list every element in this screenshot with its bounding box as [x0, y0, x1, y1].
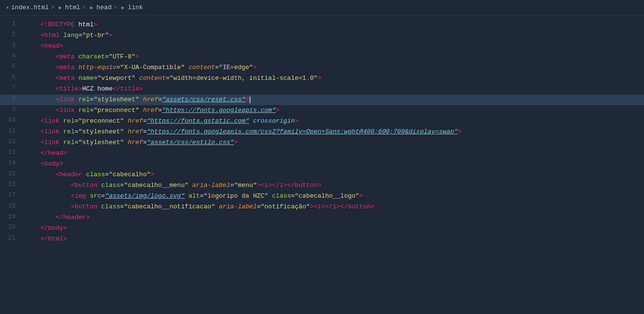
line-num-18: 18: [0, 202, 23, 209]
line-num-6: 6: [0, 73, 23, 81]
line-content-14: <body>: [23, 159, 644, 169]
breadcrumb-filename: index.html: [11, 4, 49, 11]
line-num-8: 8: [0, 94, 23, 102]
code-line-19: 19 </header>: [0, 212, 644, 223]
link-tag-icon: ◈: [119, 4, 126, 11]
line-content-9: <link rel="preconnect" href="https://fon…: [23, 105, 644, 116]
line-content-3: <head>: [23, 41, 644, 52]
code-line-21: 21 </html>: [0, 234, 644, 244]
line-content-13: </head>: [23, 148, 644, 159]
line-content-20: </body>: [23, 223, 644, 234]
code-line-16: 16 <button class="cabecalho__menu" aria-…: [0, 180, 644, 191]
code-line-6: 6 <meta name="viewport" content="width=d…: [0, 73, 644, 84]
line-num-17: 17: [0, 191, 23, 199]
line-content-12: <link rel="stylesheet" href="assets/css/…: [23, 137, 644, 148]
code-line-9: 9 <link rel="preconnect" href="https://f…: [0, 105, 644, 116]
line-content-21: </html>: [23, 234, 644, 244]
line-content-2: <html lang="pt-br">: [23, 30, 644, 41]
file-icon: ⚡: [6, 4, 9, 11]
line-content-4: <meta charset="UTF-8">: [23, 52, 644, 62]
line-num-9: 9: [0, 105, 23, 113]
code-line-17: 17 <img src="assets/img/logo.svg" alt="l…: [0, 191, 644, 202]
line-content-18: <button class="cabecalho__notificacao" a…: [23, 202, 644, 212]
breadcrumb-html-label: html: [65, 4, 80, 11]
line-num-16: 16: [0, 180, 23, 188]
code-line-15: 15 <header class="cabecalho">: [0, 169, 644, 180]
line-content-17: <img src="assets/img/logo.svg" alt="logo…: [23, 191, 644, 202]
breadcrumb-link[interactable]: ◈ link: [119, 4, 143, 11]
line-num-11: 11: [0, 127, 23, 134]
breadcrumb-sep-2: >: [82, 4, 86, 11]
line-content-10: <link rel="preconnect" href="https://fon…: [23, 116, 644, 127]
code-line-12: 12 <link rel="stylesheet" href="assets/c…: [0, 137, 644, 148]
code-line-20: 20 </body>: [0, 223, 644, 234]
editor[interactable]: 1 <!DOCTYPE html> 2 <html lang="pt-br"> …: [0, 16, 644, 314]
head-tag-icon: ◈: [88, 4, 94, 11]
breadcrumb: ⚡ index.html > ◈ html > ◈ head > ◈ link: [0, 0, 644, 16]
code-line-14: 14 <body>: [0, 159, 644, 169]
code-line-7: 7 <title>HCZ home</title>: [0, 84, 644, 94]
breadcrumb-link-label: link: [128, 4, 143, 11]
line-num-15: 15: [0, 169, 23, 177]
line-num-20: 20: [0, 223, 23, 231]
breadcrumb-sep-1: >: [51, 4, 54, 11]
line-num-21: 21: [0, 234, 23, 241]
breadcrumb-file[interactable]: ⚡ index.html: [6, 4, 49, 11]
breadcrumb-html[interactable]: ◈ html: [56, 4, 80, 11]
line-num-5: 5: [0, 62, 23, 70]
line-content-6: <meta name="viewport" content="width=dev…: [23, 73, 644, 84]
line-content-1: <!DOCTYPE html>: [23, 19, 644, 30]
breadcrumb-sep-3: >: [113, 4, 117, 11]
code-line-11: 11 <link rel="stylesheet" href="https://…: [0, 127, 644, 137]
breadcrumb-head-label: head: [96, 4, 111, 11]
line-num-14: 14: [0, 159, 23, 166]
line-num-10: 10: [0, 116, 23, 124]
line-content-15: <header class="cabecalho">: [23, 169, 644, 180]
line-num-13: 13: [0, 148, 23, 156]
breadcrumb-head[interactable]: ◈ head: [88, 4, 111, 11]
line-content-5: <meta http-equiv="X-UA-Compatible" conte…: [23, 62, 644, 73]
code-line-2: 2 <html lang="pt-br">: [0, 30, 644, 41]
line-num-12: 12: [0, 137, 23, 145]
line-content-11: <link rel="stylesheet" href="https://fon…: [23, 127, 644, 137]
code-line-18: 18 <button class="cabecalho__notificacao…: [0, 202, 644, 212]
code-line-4: 4 <meta charset="UTF-8">: [0, 52, 644, 62]
line-num-3: 3: [0, 41, 23, 49]
code-line-3: 3 <head>: [0, 41, 644, 52]
code-line-1: 1 <!DOCTYPE html>: [0, 19, 644, 30]
line-num-1: 1: [0, 19, 23, 27]
line-content-7: <title>HCZ home</title>: [23, 84, 644, 94]
line-num-4: 4: [0, 52, 23, 59]
line-num-2: 2: [0, 30, 23, 38]
code-line-8: 8 <link rel="stylesheet" href="assets/cs…: [0, 94, 644, 105]
html-tag-icon: ◈: [56, 4, 63, 11]
code-line-10: 10 <link rel="preconnect" href="https://…: [0, 116, 644, 127]
line-content-8: <link rel="stylesheet" href="assets/css/…: [23, 94, 644, 105]
line-content-16: <button class="cabecalho__menu" aria-lab…: [23, 180, 644, 191]
line-content-19: </header>: [23, 212, 644, 223]
code-line-5: 5 <meta http-equiv="X-UA-Compatible" con…: [0, 62, 644, 73]
line-num-19: 19: [0, 212, 23, 220]
code-line-13: 13 </head>: [0, 148, 644, 159]
line-num-7: 7: [0, 84, 23, 92]
